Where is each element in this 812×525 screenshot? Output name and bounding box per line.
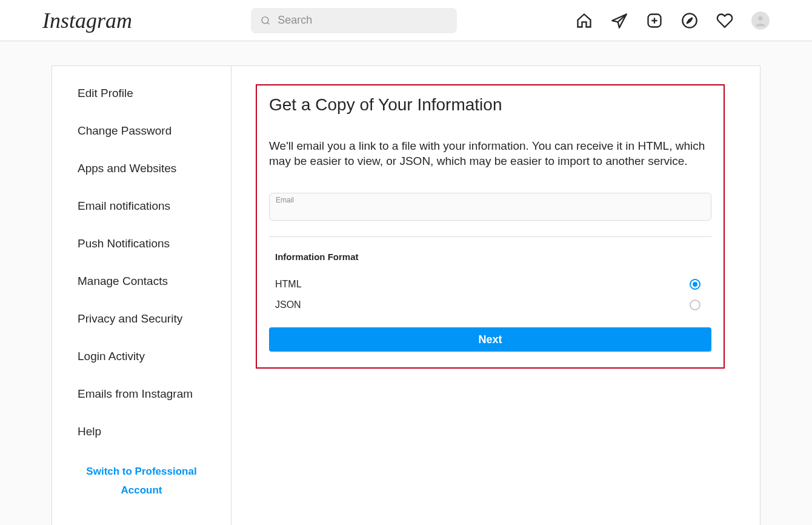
instagram-logo[interactable]: Instagram	[42, 8, 132, 33]
svg-point-0	[262, 16, 268, 23]
content-area: Get a Copy of Your Information We'll ema…	[231, 66, 760, 525]
format-header: Information Format	[269, 252, 711, 262]
heart-icon[interactable]	[716, 12, 733, 29]
profile-avatar[interactable]	[751, 12, 770, 30]
top-nav: Instagram	[0, 0, 812, 41]
avatar-icon	[754, 14, 767, 27]
radio-json[interactable]	[690, 299, 701, 310]
sidebar-item-edit-profile[interactable]: Edit Profile	[52, 75, 231, 112]
highlighted-region: Get a Copy of Your Information We'll ema…	[256, 84, 725, 369]
format-option-html[interactable]: HTML	[269, 274, 711, 295]
svg-line-1	[267, 22, 269, 24]
divider	[269, 236, 711, 237]
search-input[interactable]	[278, 14, 447, 27]
sidebar-item-email-notifications[interactable]: Email notifications	[52, 187, 231, 225]
messenger-icon[interactable]	[611, 12, 628, 29]
new-post-icon[interactable]	[646, 12, 663, 29]
svg-marker-7	[687, 18, 692, 23]
page-title: Get a Copy of Your Information	[269, 95, 711, 115]
search-box[interactable]	[251, 8, 457, 33]
home-icon[interactable]	[576, 12, 593, 29]
radio-html[interactable]	[690, 279, 701, 290]
sidebar-item-privacy-security[interactable]: Privacy and Security	[52, 300, 231, 338]
sidebar-item-apps-websites[interactable]: Apps and Websites	[52, 150, 231, 187]
sidebar-item-push-notifications[interactable]: Push Notifications	[52, 225, 231, 262]
format-option-json-label: JSON	[275, 299, 301, 310]
sidebar-item-login-activity[interactable]: Login Activity	[52, 338, 231, 375]
nav-icons	[576, 12, 770, 30]
explore-icon[interactable]	[681, 12, 698, 29]
next-button[interactable]: Next	[269, 327, 711, 352]
switch-professional-link[interactable]: Switch to Professional Account	[52, 450, 231, 509]
search-container	[251, 8, 457, 33]
page-description: We'll email you a link to a file with yo…	[269, 139, 711, 169]
email-field[interactable]: Email	[269, 193, 711, 221]
settings-container: Edit Profile Change Password Apps and We…	[52, 65, 760, 525]
svg-point-8	[758, 16, 762, 20]
email-input[interactable]	[276, 196, 705, 218]
sidebar-item-change-password[interactable]: Change Password	[52, 112, 231, 150]
format-option-html-label: HTML	[275, 279, 302, 290]
email-label: Email	[276, 196, 294, 204]
sidebar-item-emails-instagram[interactable]: Emails from Instagram	[52, 375, 231, 413]
search-icon	[261, 15, 270, 26]
sidebar-item-help[interactable]: Help	[52, 413, 231, 450]
settings-sidebar: Edit Profile Change Password Apps and We…	[52, 66, 231, 525]
format-option-json[interactable]: JSON	[269, 295, 711, 315]
sidebar-item-manage-contacts[interactable]: Manage Contacts	[52, 262, 231, 300]
